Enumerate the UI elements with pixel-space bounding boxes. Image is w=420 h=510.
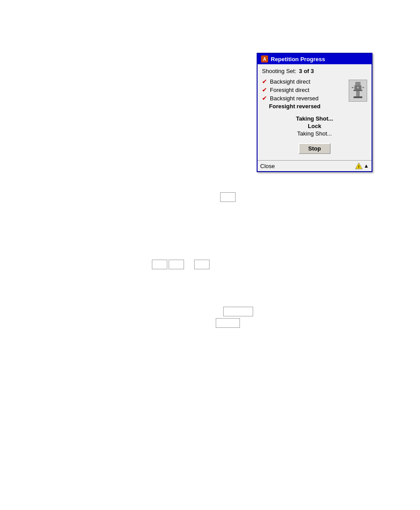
floating-box-5	[223, 307, 253, 316]
status-lock: Lock	[262, 123, 367, 129]
floating-box-2	[152, 260, 167, 269]
dialog-titlebar: A Repetition Progress	[258, 54, 372, 64]
status-taking-shot-1: Taking Shot...	[262, 115, 367, 122]
warning-icon: !	[355, 162, 363, 170]
close-button[interactable]: Close	[260, 163, 275, 169]
svg-point-5	[357, 86, 359, 89]
checklist-label-foresight-direct: Foresight direct	[270, 87, 309, 93]
checklist-label-backsight-direct: Backsight direct	[270, 78, 310, 85]
repetition-progress-dialog: A Repetition Progress Shooting Set: 3 of…	[257, 53, 372, 172]
floating-box-3	[169, 260, 184, 269]
checklist-item-backsight-reversed: ✔ Backsight reversed	[262, 95, 343, 102]
shooting-set-label: Shooting Set:	[262, 68, 296, 74]
shooting-set-row: Shooting Set: 3 of 3	[262, 68, 367, 74]
scroll-up-icon[interactable]: ▲	[364, 163, 369, 169]
check-icon-backsight-direct: ✔	[262, 78, 267, 85]
checklist-label-backsight-reversed: Backsight reversed	[270, 95, 319, 102]
status-taking-shot-2: Taking Shot...	[262, 130, 367, 137]
dialog-title: Repetition Progress	[271, 56, 325, 62]
checklist-item-foresight-direct: ✔ Foresight direct	[262, 86, 343, 93]
stop-button[interactable]: Stop	[298, 143, 331, 154]
svg-text:!: !	[358, 165, 360, 169]
footer-icons: ! ▲	[355, 162, 369, 170]
check-icon-foresight-direct: ✔	[262, 86, 267, 93]
svg-rect-4	[354, 96, 362, 98]
current-item-foresight-reversed: Foresight reversed	[269, 103, 343, 110]
floating-box-1	[220, 192, 236, 202]
check-icon-backsight-reversed: ✔	[262, 95, 267, 102]
svg-rect-0	[355, 82, 361, 85]
dialog-footer: Close ! ▲	[258, 160, 372, 171]
floating-box-6	[216, 318, 240, 328]
svg-rect-3	[356, 91, 360, 96]
shooting-set-value: 3 of 3	[299, 68, 314, 74]
instrument-image	[349, 80, 367, 102]
stop-button-area: Stop	[262, 143, 367, 154]
checklist-item-backsight-direct: ✔ Backsight direct	[262, 78, 343, 85]
dialog-body: Shooting Set: 3 of 3 ✔ Backsight direct …	[258, 64, 372, 160]
status-section: Taking Shot... Lock Taking Shot...	[262, 115, 367, 138]
svg-rect-2	[354, 90, 362, 91]
dialog-title-icon: A	[261, 55, 268, 62]
floating-box-4	[194, 260, 210, 269]
